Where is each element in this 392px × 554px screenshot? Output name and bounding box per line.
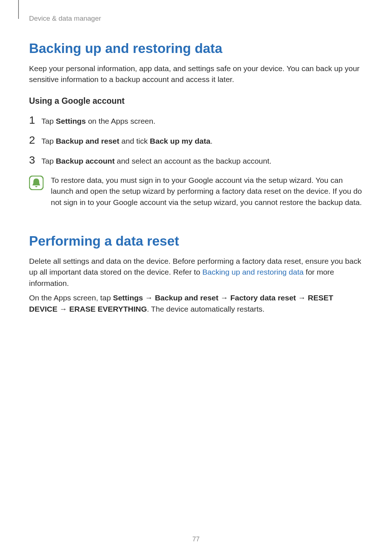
breadcrumb: Device & data manager <box>29 15 363 22</box>
reset-paragraph-2: On the Apps screen, tap Settings → Backu… <box>29 292 363 315</box>
left-margin-rule <box>18 0 19 19</box>
steps-list: 1 Tap Settings on the Apps screen. 2 Tap… <box>29 115 363 167</box>
page-number: 77 <box>0 535 392 543</box>
step-3: 3 Tap Backup account and select an accou… <box>29 155 363 167</box>
step-number: 3 <box>29 155 41 165</box>
reset-paragraph-1: Delete all settings and data on the devi… <box>29 256 363 289</box>
note-text: To restore data, you must sign in to you… <box>51 175 363 208</box>
step-number: 1 <box>29 115 41 126</box>
step-text: Tap Backup account and select an account… <box>41 155 271 167</box>
link-backing-up[interactable]: Backing up and restoring data <box>202 268 303 276</box>
subheading-google-account: Using a Google account <box>29 96 363 106</box>
intro-paragraph: Keep your personal information, app data… <box>29 63 363 85</box>
step-number: 2 <box>29 135 41 145</box>
step-1: 1 Tap Settings on the Apps screen. <box>29 115 363 127</box>
heading-backing-up: Backing up and restoring data <box>29 41 363 57</box>
step-text: Tap Backup and reset and tick Back up my… <box>41 135 213 147</box>
step-text: Tap Settings on the Apps screen. <box>41 115 155 127</box>
note-block: To restore data, you must sign in to you… <box>29 175 363 208</box>
note-bell-icon <box>29 176 44 192</box>
heading-performing-reset: Performing a data reset <box>29 233 363 249</box>
manual-page: Device & data manager Backing up and res… <box>0 0 392 554</box>
step-2: 2 Tap Backup and reset and tick Back up … <box>29 135 363 147</box>
